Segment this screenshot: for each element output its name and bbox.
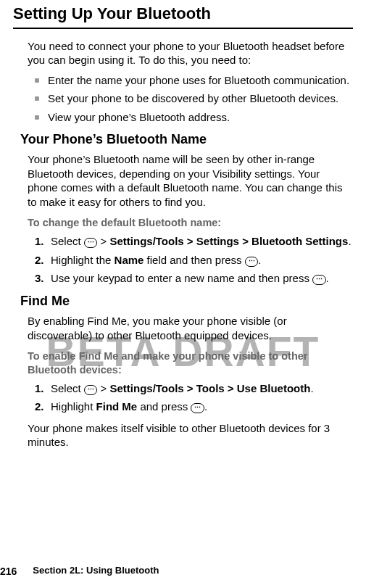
step-item: 2. Highlight Find Me and press ⋯. [35, 399, 353, 414]
list-item: Set your phone to be discovered by other… [35, 91, 353, 106]
step-text: Select [51, 235, 84, 247]
intro-bullets: Enter the name your phone uses for Bluet… [35, 73, 353, 125]
step-number: 1. [35, 381, 44, 396]
step-bold: Find Me [96, 400, 138, 413]
step-text: Highlight [51, 400, 96, 413]
list-item: Enter the name your phone uses for Bluet… [35, 73, 353, 88]
title-rule [13, 28, 353, 29]
step-text: field and then press [144, 254, 244, 266]
section-paragraph: Your phone’s Bluetooth name will be seen… [28, 152, 353, 209]
step-text: and press [137, 400, 191, 413]
step-text: . [204, 400, 207, 413]
step-text: . [348, 235, 351, 247]
step-item: 3. Use your keypad to enter a new name a… [35, 271, 353, 286]
step-item: 1. Select ⋯ > Settings/Tools > Settings … [35, 234, 353, 249]
step-number: 1. [35, 234, 44, 249]
step-text: . [310, 382, 313, 394]
page-content: Setting Up Your Bluetooth You need to co… [13, 4, 353, 450]
step-item: 1. Select ⋯ > Settings/Tools > Tools > U… [35, 381, 353, 396]
page-number: 216 [0, 565, 17, 578]
page-title: Setting Up Your Bluetooth [13, 4, 353, 25]
step-number: 2. [35, 399, 44, 414]
procedure-subhead: To enable Find Me and make your phone vi… [28, 349, 353, 377]
section-paragraph: By enabling Find Me, you make your phone… [28, 314, 353, 342]
step-item: 2. Highlight the Name field and then pre… [35, 253, 353, 268]
page-footer: 216 Section 2L: Using Bluetooth [0, 565, 159, 578]
step-text: Highlight the [51, 254, 115, 266]
menu-button-icon: ⋯ [84, 385, 98, 395]
step-text: . [258, 254, 261, 266]
section-heading: Find Me [20, 293, 353, 310]
step-number: 3. [35, 271, 44, 286]
step-bold: Settings/Tools > Settings > Bluetooth Se… [109, 235, 348, 247]
steps-list: 1. Select ⋯ > Settings/Tools > Tools > U… [35, 381, 353, 414]
step-text: . [326, 272, 329, 284]
step-text: Use your keypad to enter a new name and … [51, 272, 312, 284]
menu-button-icon: ⋯ [245, 257, 259, 267]
step-bold: Name [115, 254, 144, 266]
footer-section: Section 2L: Using Bluetooth [33, 565, 159, 577]
menu-button-icon: ⋯ [191, 403, 204, 413]
step-number: 2. [35, 253, 44, 268]
menu-button-icon: ⋯ [84, 238, 98, 248]
list-item: View your phone’s Bluetooth address. [35, 110, 353, 125]
section-heading: Your Phone’s Bluetooth Name [20, 131, 353, 148]
step-text: > [97, 235, 109, 247]
step-text: > [97, 382, 109, 394]
intro-paragraph: You need to connect your phone to your B… [28, 39, 353, 67]
step-bold: Settings/Tools > Tools > Use Bluetooth [109, 382, 310, 394]
closing-paragraph: Your phone makes itself visible to other… [28, 421, 353, 450]
menu-button-icon: ⋯ [312, 275, 326, 285]
steps-list: 1. Select ⋯ > Settings/Tools > Settings … [35, 234, 353, 286]
procedure-subhead: To change the default Bluetooth name: [28, 216, 353, 230]
step-text: Select [51, 382, 84, 394]
